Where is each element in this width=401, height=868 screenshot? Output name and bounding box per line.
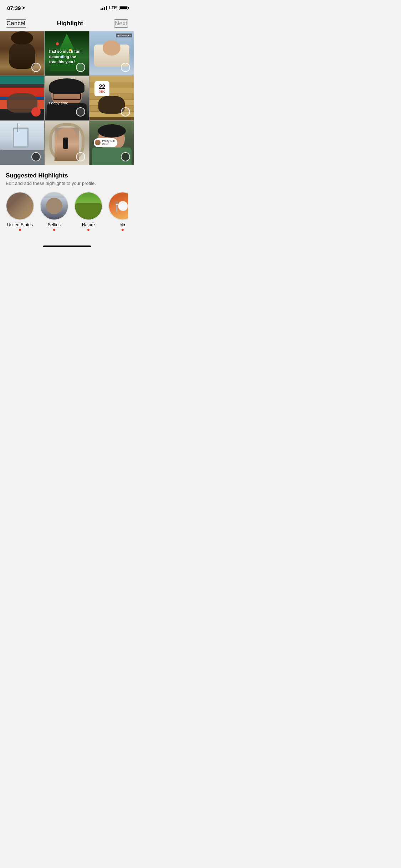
photo-grid: had so much fundecorating thetree this y… xyxy=(0,31,134,165)
highlight-dot-food xyxy=(122,229,124,231)
photo-cell-xmas[interactable]: had so much fundecorating thetree this y… xyxy=(45,31,89,76)
photo-cell-blanket[interactable] xyxy=(0,76,44,120)
xmas-overlay-text: had so much fundecorating thetree this y… xyxy=(49,49,81,64)
highlight-circle-food: 🍽️ xyxy=(108,192,128,220)
location-arrow-icon xyxy=(22,6,26,10)
highlight-dot-selfies xyxy=(53,229,55,231)
highlights-row: United States Selfies Nature 🍽️ xyxy=(6,192,128,237)
highlight-circle-us xyxy=(6,192,34,220)
getty-badge: gettyimages xyxy=(116,33,132,37)
status-time: 07:39 xyxy=(7,5,26,11)
highlight-dot-nature xyxy=(87,229,89,231)
highlight-item-food[interactable]: 🍽️ 🍽 xyxy=(108,192,128,231)
highlight-item-selfies[interactable]: Selfies xyxy=(40,192,68,231)
lte-label: LTE xyxy=(109,5,117,10)
highlight-dot-us xyxy=(19,229,21,231)
selection-circle-room xyxy=(31,152,41,161)
selection-circle-blanket xyxy=(31,107,41,117)
highlight-label-nature: Nature xyxy=(82,222,95,227)
highlight-item-nature[interactable]: Nature xyxy=(74,192,103,231)
selection-circle-cat1 xyxy=(31,63,41,72)
suggested-subtitle: Edit and add these highlights to your pr… xyxy=(6,181,128,186)
highlight-label-food: 🍽 xyxy=(120,222,125,227)
signal-icon xyxy=(101,6,107,10)
photo-cell-sleepy[interactable]: sleepy time xyxy=(45,76,89,120)
selection-circle-bed xyxy=(121,63,130,72)
status-bar: 07:39 LTE xyxy=(0,0,134,16)
battery-icon xyxy=(119,6,128,10)
nav-bar: Cancel Highlight Next xyxy=(0,16,134,31)
highlight-label-us: United States xyxy=(7,222,33,227)
photo-cell-room[interactable] xyxy=(0,121,44,165)
cancel-button[interactable]: Cancel xyxy=(6,19,26,28)
suggested-highlights: Suggested Highlights Edit and add these … xyxy=(0,165,134,240)
next-button[interactable]: Next xyxy=(114,19,128,28)
photo-cell-bed[interactable]: gettyimages xyxy=(89,31,134,76)
photo-cell-mirror[interactable] xyxy=(45,121,89,165)
selection-circle-xmas xyxy=(76,63,85,72)
photo-cell-cat2[interactable]: 22 Dec xyxy=(89,76,134,120)
home-indicator xyxy=(0,240,134,252)
highlight-label-selfies: Selfies xyxy=(48,222,61,227)
home-bar xyxy=(43,246,91,247)
pretty-girl-badge: Pretty GirlClaire xyxy=(94,138,117,147)
time-display: 07:39 xyxy=(7,5,21,11)
highlight-circle-selfies xyxy=(40,192,68,220)
page-title: Highlight xyxy=(57,20,83,27)
status-icons: LTE xyxy=(101,5,128,10)
date-badge: 22 Dec xyxy=(94,81,109,96)
photo-cell-cat1[interactable] xyxy=(0,31,44,76)
sleepy-label: sleepy time xyxy=(48,101,68,105)
suggested-title: Suggested Highlights xyxy=(6,172,128,179)
selection-circle-guy2 xyxy=(121,152,130,161)
photo-cell-guy2[interactable]: Pretty GirlClaire xyxy=(89,121,134,165)
highlight-circle-nature xyxy=(74,192,103,220)
highlight-item-us[interactable]: United States xyxy=(6,192,34,231)
